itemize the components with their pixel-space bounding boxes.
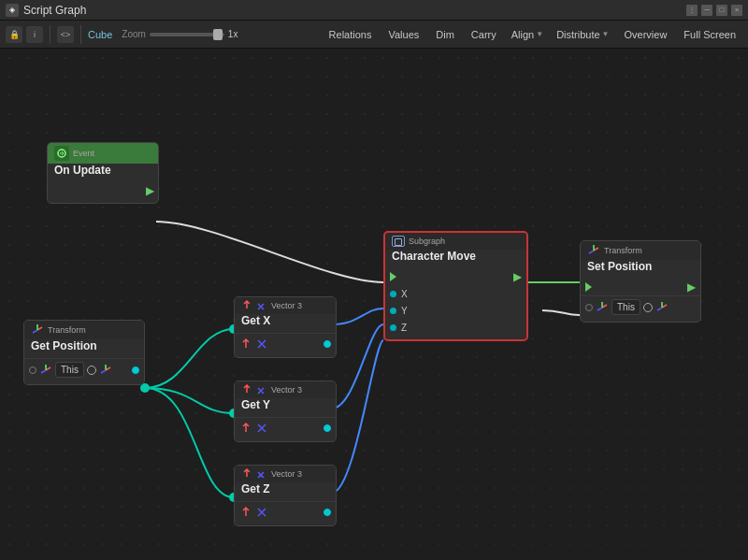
vgx-footer [235, 333, 336, 353]
svg-line-19 [589, 251, 594, 253]
vgz-title: Get Z [235, 482, 336, 497]
subgraph-port-y-in[interactable] [390, 308, 396, 314]
titlebar: ◈ Script Graph ⋮ ─ □ × [0, 0, 748, 21]
canvas[interactable]: Event On Update ▶ Transform Get Position [0, 49, 748, 560]
tgp-expand-icon[interactable] [99, 364, 112, 377]
tsp-exec-row: ▶ [581, 279, 700, 295]
tsp-exec-out[interactable]: ▶ [687, 280, 696, 294]
svg-line-25 [657, 308, 662, 310]
subgraph-port-z-in[interactable] [390, 324, 396, 331]
vgy-out-port[interactable] [324, 424, 331, 432]
tgp-footer: This [24, 358, 144, 381]
zoom-label: Zoom [122, 29, 146, 39]
minimize-button[interactable]: ─ [701, 5, 712, 16]
vgy-arrows-icon [256, 384, 267, 395]
sep2 [80, 25, 81, 44]
zoom-slider[interactable] [150, 33, 224, 36]
info-icon[interactable]: i [26, 26, 43, 43]
app-icon: ◈ [6, 4, 19, 17]
fullscreen-button[interactable]: Full Screen [677, 27, 742, 42]
relations-button[interactable]: Relations [323, 27, 379, 42]
overview-button[interactable]: Overview [618, 27, 674, 42]
vgx-up-arrow [241, 300, 252, 311]
vgx-out-port[interactable] [324, 340, 331, 348]
on-update-icon [54, 146, 69, 161]
more-options-button[interactable]: ⋮ [686, 5, 698, 16]
transform-get-position-node[interactable]: Transform Get Position This [23, 320, 145, 385]
tsp-options-port[interactable] [643, 303, 653, 312]
vgz-footer [235, 501, 336, 522]
vgx-header: Vector 3 [235, 297, 336, 314]
vgz-arrow-up [239, 506, 252, 519]
align-dropdown[interactable]: Align ▼ [507, 27, 548, 42]
subgraph-y-label: Y [401, 306, 408, 316]
dim-button[interactable]: Dim [429, 27, 461, 42]
subgraph-port-z-row: Z [385, 319, 526, 336]
vgx-title: Get X [235, 314, 336, 329]
subgraph-port-x-in[interactable] [390, 291, 396, 297]
tgp-this-label: This [61, 365, 79, 375]
subgraph-icon [392, 236, 405, 247]
tsp-expand-icon[interactable] [655, 301, 669, 314]
on-update-exec-out[interactable]: ▶ [146, 184, 154, 197]
vector3-get-z-node[interactable]: Vector 3 Get Z [234, 465, 337, 526]
transform-set-position-node[interactable]: Transform Set Position ▶ This [580, 240, 701, 323]
tsp-transform-icon [587, 244, 600, 257]
svg-line-10 [33, 330, 37, 333]
tgp-out-port[interactable] [132, 366, 139, 374]
vector3-get-x-node[interactable]: Vector 3 Get X [234, 296, 337, 358]
breadcrumb: Event Cube [88, 29, 112, 40]
tgp-body: This [24, 354, 144, 384]
tsp-in-port[interactable] [585, 304, 593, 311]
code-icon[interactable]: <> [57, 26, 74, 43]
subgraph-exec-in[interactable] [390, 272, 396, 281]
transform-icon [31, 323, 44, 337]
breadcrumb-cube-label[interactable]: Cube [88, 29, 112, 40]
subgraph-title: Character Move [385, 250, 526, 265]
subgraph-x-label: X [401, 289, 408, 299]
on-update-exec-row: ▶ [48, 182, 158, 199]
tgp-in-port[interactable] [29, 366, 36, 374]
vgy-header: Vector 3 [235, 381, 336, 398]
on-update-node[interactable]: Event On Update ▶ [47, 142, 159, 204]
vgz-up-arrow [241, 468, 252, 480]
subgraph-exec-out[interactable]: ▶ [513, 270, 522, 283]
zoom-thumb[interactable] [213, 29, 223, 40]
distribute-dropdown[interactable]: Distribute ▼ [552, 27, 613, 42]
close-button[interactable]: × [731, 5, 742, 16]
sep1 [50, 25, 50, 44]
tgp-category: Transform [48, 325, 86, 335]
maximize-button[interactable]: □ [716, 5, 727, 16]
subgraph-z-label: Z [401, 323, 407, 333]
tgp-this-field[interactable]: This [55, 362, 84, 378]
vgx-body [235, 329, 336, 357]
tgp-options-port[interactable] [87, 366, 96, 375]
values-button[interactable]: Values [381, 27, 425, 42]
vgy-category: Vector 3 [271, 385, 302, 395]
tsp-exec-in[interactable] [585, 282, 592, 292]
vgy-arrow-up [239, 422, 252, 435]
vgz-out-port[interactable] [324, 509, 331, 516]
vgy-title: Get Y [235, 398, 336, 413]
vgz-arrows-icon [256, 468, 267, 480]
tsp-axes-icon [596, 301, 609, 314]
tsp-this-field[interactable]: This [611, 299, 640, 315]
vector3-get-y-node[interactable]: Vector 3 Get Y [234, 381, 337, 442]
svg-line-22 [597, 308, 602, 310]
vgy-arrow-diag [255, 422, 268, 435]
lock-icon[interactable]: 🔒 [6, 26, 22, 43]
vgz-arrow-diag [255, 506, 268, 519]
subgraph-body: ▶ X Y Z [385, 265, 526, 339]
subgraph-character-move-node[interactable]: Subgraph Character Move ▶ X Y Z [383, 231, 528, 341]
align-label: Align [511, 29, 534, 40]
distribute-chevron: ▼ [602, 30, 610, 38]
vgz-body [235, 497, 336, 525]
zoom-value: 1x [228, 29, 238, 39]
align-chevron: ▼ [536, 30, 543, 38]
vgz-category: Vector 3 [271, 469, 302, 479]
vgx-arrows-icon [256, 300, 267, 311]
tgp-title: Get Position [24, 339, 144, 354]
subgraph-category: Subgraph [409, 237, 445, 246]
carry-button[interactable]: Carry [465, 27, 503, 42]
window-controls[interactable]: ⋮ ─ □ × [686, 5, 742, 16]
